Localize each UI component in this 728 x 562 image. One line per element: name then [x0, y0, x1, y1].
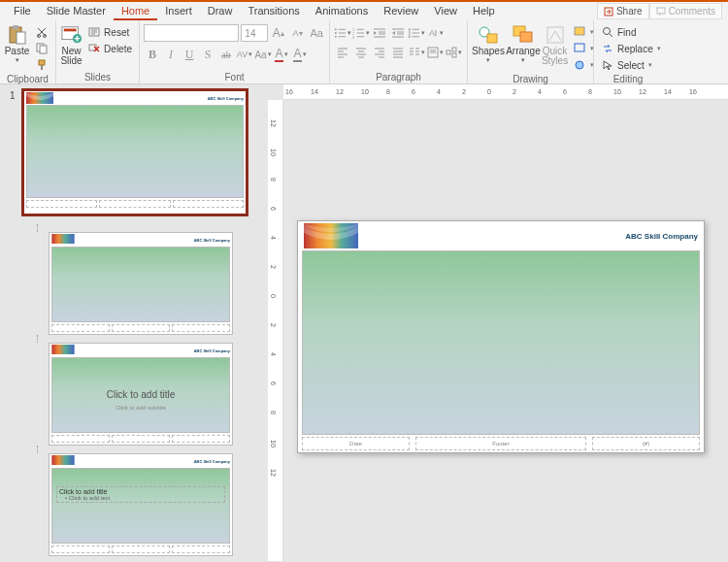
align-center-button[interactable] — [352, 44, 370, 61]
chevron-down-icon: ▾ — [521, 56, 525, 64]
reset-button[interactable]: Reset — [84, 24, 135, 40]
shapes-button[interactable]: Shapes ▾ — [472, 22, 505, 64]
decrease-font-button[interactable]: A▾ — [289, 24, 307, 42]
char-spacing-button[interactable]: AV▾ — [236, 46, 253, 63]
svg-point-16 — [335, 28, 337, 30]
text-direction-button[interactable]: A▾ — [426, 24, 444, 42]
search-icon — [601, 25, 614, 39]
company-name: ABC Skill Company — [625, 232, 698, 241]
cursor-icon — [601, 58, 614, 72]
font-color-button[interactable]: A▾ — [273, 46, 290, 63]
increase-indent-button[interactable] — [389, 24, 407, 42]
copy-icon — [35, 42, 49, 55]
slide-number-placeholder[interactable]: (#) — [592, 437, 700, 450]
tab-view[interactable]: View — [426, 2, 465, 20]
numbering-button[interactable]: 123▾ — [352, 24, 370, 42]
italic-button[interactable]: I — [162, 46, 180, 63]
align-left-button[interactable] — [334, 44, 351, 61]
group-label-paragraph: Paragraph — [334, 71, 463, 83]
svg-rect-25 — [452, 48, 456, 51]
comment-icon — [656, 7, 666, 17]
slide-master-thumbnail-pane[interactable]: 1 ABC Skill Company ABC Skill Company AB… — [0, 84, 268, 561]
tab-home[interactable]: Home — [114, 2, 157, 20]
shape-effects-button[interactable]: ▾ — [570, 57, 597, 73]
line-spacing-button[interactable]: ▾ — [408, 24, 425, 42]
svg-rect-4 — [17, 32, 25, 44]
underline-button[interactable]: U — [181, 46, 198, 63]
svg-point-6 — [44, 35, 47, 38]
increase-font-button[interactable]: A▴ — [270, 24, 287, 42]
brush-icon — [35, 58, 49, 72]
shadow-button[interactable]: S — [199, 46, 216, 63]
content-placeholder: Click to add title • Click to add text — [56, 486, 225, 503]
delete-button[interactable]: Delete — [84, 41, 135, 56]
cut-button[interactable] — [32, 24, 51, 40]
shape-fill-button[interactable]: ▾ — [570, 24, 597, 40]
arrange-button[interactable]: Arrange ▾ — [507, 22, 540, 64]
replace-button[interactable]: Replace▾ — [598, 41, 664, 56]
svg-point-35 — [604, 28, 611, 35]
bold-button[interactable]: B — [144, 46, 161, 63]
change-case-button[interactable]: Aa▾ — [254, 46, 272, 63]
tab-insert[interactable]: Insert — [157, 2, 200, 20]
highlight-button[interactable]: A▾ — [291, 46, 309, 63]
justify-button[interactable] — [389, 44, 407, 61]
tab-help[interactable]: Help — [465, 2, 503, 20]
slide-canvas-area[interactable]: 1614121086420246810121416 12108642024681… — [268, 84, 728, 561]
svg-rect-24 — [447, 50, 450, 54]
font-family-select[interactable] — [144, 24, 239, 42]
new-slide-button[interactable]: New Slide — [60, 22, 83, 66]
layout-thumbnail-1[interactable]: ABC Skill Company — [49, 232, 233, 335]
clear-formatting-button[interactable]: Aa — [308, 24, 325, 42]
svg-rect-10 — [41, 65, 43, 70]
tab-draw[interactable]: Draw — [200, 2, 241, 20]
slide-body[interactable] — [302, 250, 700, 435]
chevron-down-icon: ▾ — [16, 56, 19, 64]
share-icon — [604, 7, 613, 17]
horizontal-ruler: 1614121086420246810121416 — [283, 84, 728, 100]
tab-slide-master[interactable]: Slide Master — [39, 2, 114, 20]
quick-styles-icon — [545, 24, 566, 46]
layout-thumbnail-3[interactable]: ABC Skill Company Click to add title • C… — [49, 453, 233, 556]
paste-button[interactable]: Paste ▾ — [4, 22, 30, 64]
copy-button[interactable] — [32, 41, 51, 56]
decrease-indent-button[interactable] — [371, 24, 388, 42]
font-size-select[interactable]: 14 — [241, 24, 268, 42]
svg-rect-39 — [51, 455, 74, 465]
tab-transitions[interactable]: Transitions — [240, 2, 307, 20]
outline-icon — [573, 42, 586, 55]
share-button[interactable]: Share — [597, 3, 649, 19]
slide-master-canvas[interactable]: ABC Skill Company Date Footer (#) — [297, 220, 705, 453]
bullets-button[interactable]: ▾ — [334, 24, 351, 42]
svg-rect-26 — [452, 53, 456, 57]
group-label-slides: Slides — [60, 71, 135, 83]
comments-button[interactable]: Comments — [649, 3, 722, 19]
quick-styles-button[interactable]: Quick Styles — [542, 22, 568, 66]
tab-review[interactable]: Review — [376, 2, 426, 20]
strikethrough-button[interactable]: ab — [217, 46, 235, 63]
svg-point-17 — [335, 32, 337, 34]
subtitle-placeholder: Click to add subtitle — [87, 405, 193, 411]
title-placeholder: Click to add title — [70, 389, 212, 400]
date-placeholder[interactable]: Date — [302, 437, 410, 450]
tab-animations[interactable]: Animations — [308, 2, 376, 20]
footer-placeholder[interactable]: Footer — [415, 437, 586, 450]
master-thumbnail[interactable]: ABC Skill Company — [23, 90, 247, 215]
align-right-button[interactable] — [371, 44, 388, 61]
delete-icon — [87, 42, 101, 55]
master-number: 1 — [10, 90, 17, 101]
tab-file[interactable]: File — [6, 2, 39, 20]
replace-icon — [601, 42, 614, 55]
select-button[interactable]: Select▾ — [598, 57, 664, 73]
svg-rect-38 — [51, 345, 74, 354]
smartart-button[interactable]: ▾ — [445, 44, 462, 61]
layout-thumbnail-2[interactable]: ABC Skill Company Click to add title Cli… — [49, 343, 233, 446]
svg-rect-1 — [657, 8, 665, 14]
group-label-font: Font — [144, 71, 325, 83]
columns-button[interactable]: ▾ — [408, 44, 425, 61]
svg-rect-33 — [575, 44, 584, 51]
find-button[interactable]: Find — [598, 24, 664, 40]
shape-outline-button[interactable]: ▾ — [570, 41, 597, 56]
format-painter-button[interactable] — [32, 57, 51, 73]
align-text-button[interactable]: ▾ — [426, 44, 444, 61]
